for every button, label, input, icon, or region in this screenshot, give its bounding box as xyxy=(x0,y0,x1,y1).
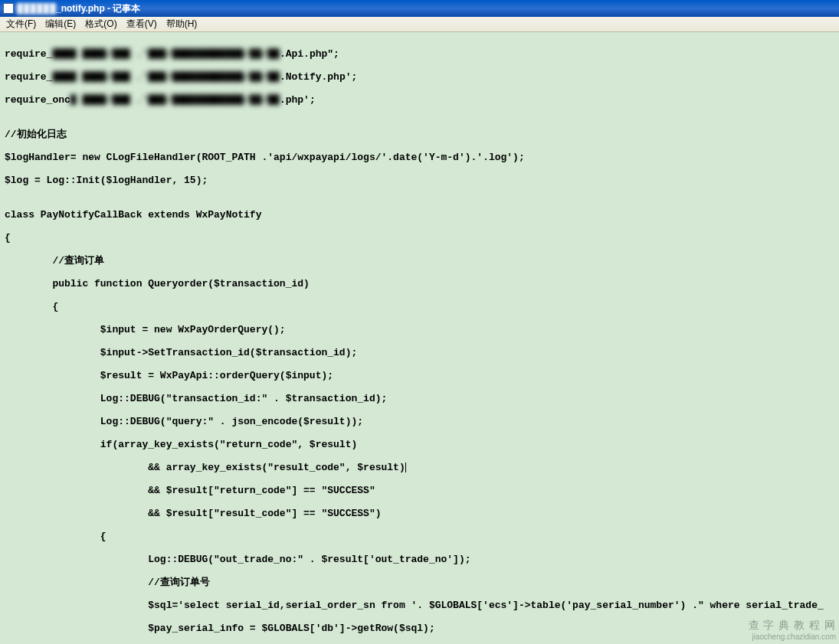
code-line: require_████ ████/███ .'███/████████████… xyxy=(5,71,834,83)
code-line: { xyxy=(5,301,834,312)
menu-format[interactable]: 格式(O) xyxy=(80,16,121,32)
code-line: $input = new WxPayOrderQuery(); xyxy=(5,324,834,335)
code-line: $sql='select serial_id,serial_order_sn f… xyxy=(5,600,834,611)
code-line: Log::DEBUG("out_trade_no:" . $result['ou… xyxy=(5,554,834,565)
code-line: $input->SetTransaction_id($transaction_i… xyxy=(5,347,834,358)
code-line: //初始化日志 xyxy=(5,129,834,140)
watermark: 查 字 典 教 程 网 jiaocheng.chazidian.com xyxy=(749,619,836,641)
window-titlebar: ██████_notify.php - 记事本 xyxy=(0,0,839,17)
menu-file[interactable]: 文件(F) xyxy=(2,16,41,32)
code-line: class PayNotifyCallBack extends WxPayNot… xyxy=(5,209,834,221)
menu-help[interactable]: 帮助(H) xyxy=(162,16,202,32)
code-line: $logHandler= new CLogFileHandler(ROOT_PA… xyxy=(5,152,834,163)
code-line: $pay_serial_info = $GLOBALS['db']->getRo… xyxy=(5,623,834,634)
menu-edit[interactable]: 编辑(E) xyxy=(41,16,80,32)
watermark-main: 查 字 典 教 程 网 xyxy=(749,619,836,631)
code-line: { xyxy=(5,232,834,244)
text-cursor xyxy=(405,463,406,472)
notepad-icon xyxy=(3,3,14,14)
code-line: { xyxy=(5,531,834,542)
code-line: //查询订单 xyxy=(5,255,834,266)
code-line: Log::DEBUG("query:" . json_encode($resul… xyxy=(5,416,834,427)
window-title: ██████_notify.php - 记事本 xyxy=(17,2,140,15)
watermark-sub: jiaocheng.chazidian.com xyxy=(749,633,836,641)
menu-view[interactable]: 查看(V) xyxy=(122,16,162,32)
menubar: 文件(F) 编辑(E) 格式(O) 查看(V) 帮助(H) xyxy=(0,17,839,32)
code-line: $log = Log::Init($logHandler, 15); xyxy=(5,175,834,186)
code-line: && $result["result_code"] == "SUCCESS") xyxy=(5,508,834,519)
code-line: require_onc█ ████/███ .'███/████████████… xyxy=(5,94,834,106)
code-line: $result = WxPayApi::orderQuery($input); xyxy=(5,370,834,381)
code-line: && $result["return_code"] == "SUCCESS" xyxy=(5,485,834,496)
code-line: if(array_key_exists("return_code", $resu… xyxy=(5,439,834,450)
code-line: //查询订单号 xyxy=(5,577,834,588)
code-line: Log::DEBUG("transaction_id:" . $transact… xyxy=(5,393,834,404)
code-line: public function Queryorder($transaction_… xyxy=(5,278,834,289)
code-line: && array_key_exists("result_code", $resu… xyxy=(5,462,834,473)
code-line: require_████ ████/███ .'███/████████████… xyxy=(5,48,834,60)
editor-area[interactable]: require_████ ████/███ .'███/████████████… xyxy=(0,32,839,644)
